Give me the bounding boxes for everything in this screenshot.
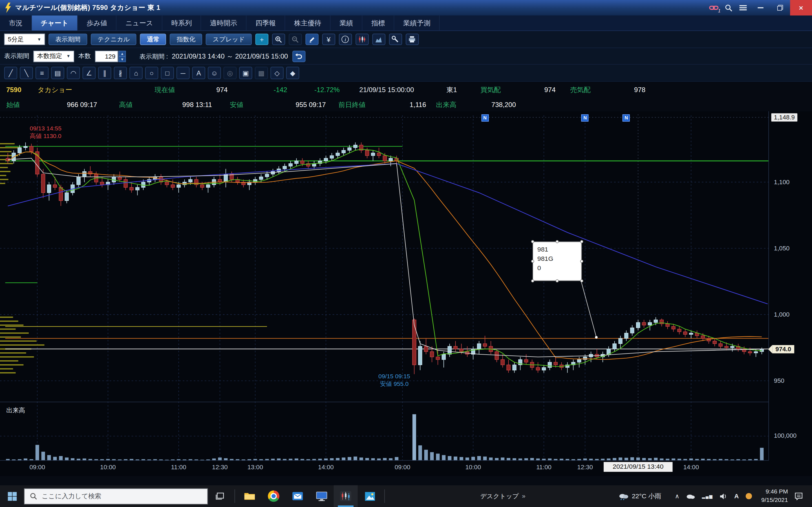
draw-tool-trend-line-icon[interactable]: ╱ xyxy=(4,67,17,79)
printer-icon[interactable] xyxy=(406,34,419,45)
stepper-down-icon[interactable]: ▼ xyxy=(118,56,126,62)
tray-app-icon[interactable] xyxy=(746,493,752,499)
spread-mode-button[interactable]: スプレッド xyxy=(206,34,252,45)
tab-earnings[interactable]: 業績 xyxy=(331,15,363,31)
chart-area[interactable]: 出来高 100,000 2021/09/15 13:40 09/13 14:55… xyxy=(0,111,812,476)
yen-icon[interactable]: ¥ xyxy=(322,34,335,45)
candlestick-chart[interactable] xyxy=(0,111,812,476)
candle-chart-icon[interactable] xyxy=(356,34,368,45)
taskbar-app-chart-tool[interactable] xyxy=(334,485,357,507)
draw-tool-price-channel-icon[interactable]: ▤ xyxy=(51,67,64,79)
tab-benefits[interactable]: 株主優待 xyxy=(285,15,331,31)
minimize-button[interactable] xyxy=(750,0,770,15)
taskbar-app-mail[interactable] xyxy=(286,485,310,507)
draw-tool-copy-object-icon[interactable]: ▣ xyxy=(239,67,252,79)
draw-tool-pentagon-icon[interactable]: ⌂ xyxy=(130,67,142,79)
tab-time-series[interactable]: 時系列 xyxy=(162,15,201,31)
info-icon[interactable]: i xyxy=(339,34,352,45)
draw-tool-flag-pin-icon[interactable]: ◎ xyxy=(223,67,237,79)
draw-tool-erase-object-icon[interactable]: ◇ xyxy=(270,67,283,79)
restore-button[interactable] xyxy=(770,0,790,15)
tab-forecast[interactable]: 業績予測 xyxy=(395,15,440,31)
draw-tool-text-tool-icon[interactable]: A xyxy=(192,67,205,79)
tab-shikiho[interactable]: 四季報 xyxy=(246,15,285,31)
taskbar-app-chrome[interactable] xyxy=(262,485,286,507)
x-axis-label: 10:00 xyxy=(93,464,123,471)
draw-tool-parallel-lines-icon[interactable]: ∦ xyxy=(114,67,127,79)
pencil-icon[interactable] xyxy=(305,34,318,45)
speaker-icon[interactable] xyxy=(719,493,727,499)
low-label: 安値 xyxy=(230,98,243,111)
tab-market[interactable]: 市況 xyxy=(0,15,32,31)
technical-button[interactable]: テクニカル xyxy=(91,34,137,45)
draw-tool-rectangle-icon[interactable]: □ xyxy=(161,67,174,79)
taskbar-app-remote-desktop[interactable] xyxy=(310,485,334,507)
task-view-button[interactable] xyxy=(208,485,232,507)
normal-mode-button[interactable]: 通常 xyxy=(140,34,166,45)
draw-tool-vertical-line-icon[interactable]: ∥ xyxy=(98,67,111,79)
zoom-out-icon[interactable] xyxy=(289,34,302,45)
quote-row-primary: 7590 タカショー 現在値 974 -142 -12.72% 21/09/15… xyxy=(0,82,812,98)
tab-chart[interactable]: チャート xyxy=(32,15,78,31)
indexed-mode-button[interactable]: 指数化 xyxy=(170,34,202,45)
draw-tool-horizontal-ray-icon[interactable]: ─ xyxy=(176,67,190,79)
resize-handle[interactable] xyxy=(580,260,583,263)
taskbar-clock[interactable]: 9:46 PM 9/15/2021 xyxy=(761,488,788,504)
network-signal-icon[interactable]: ▂▄▆ xyxy=(702,494,713,499)
display-period-label: 表示期間 xyxy=(4,52,29,61)
area-chart-icon[interactable] xyxy=(372,34,385,45)
prev-close-value: 1,116 xyxy=(387,98,426,111)
taskbar-app-photos[interactable] xyxy=(358,485,382,507)
chart-toolbar: 5分足▼ 表示期間 テクニカル 通常 指数化 スプレッド + ¥ i xyxy=(0,31,812,48)
draw-tool-gann-fan-icon[interactable]: ∠ xyxy=(83,67,96,79)
resize-handle[interactable] xyxy=(531,260,534,263)
tab-tick[interactable]: 歩み値 xyxy=(78,15,117,31)
resize-handle[interactable] xyxy=(531,240,534,243)
draw-tool-icon-stamp-icon[interactable]: ☺ xyxy=(208,67,221,79)
news-marker[interactable]: N xyxy=(581,114,589,122)
bar-count-input[interactable]: 129 xyxy=(95,50,118,62)
news-marker[interactable]: N xyxy=(481,114,489,122)
desktop-toolbar[interactable]: デスクトップ » xyxy=(480,492,525,501)
taskbar-app-file-explorer[interactable] xyxy=(238,485,262,507)
stepper-up-icon[interactable]: ▲ xyxy=(118,50,126,56)
tab-disclosure[interactable]: 適時開示 xyxy=(201,15,246,31)
zoom-in-icon[interactable] xyxy=(272,34,285,45)
draw-tool-horizontal-lines-icon[interactable]: ≡ xyxy=(36,67,49,79)
menu-icon[interactable] xyxy=(736,2,751,14)
draw-tool-fibonacci-arc-icon[interactable]: ◠ xyxy=(67,67,80,79)
hidden-icons-chevron[interactable]: ∧ xyxy=(675,493,679,500)
cloud-icon[interactable] xyxy=(686,493,695,499)
drawing-callout-box[interactable]: 981 981G 0 xyxy=(532,242,581,281)
resize-handle[interactable] xyxy=(580,279,583,283)
weather-text: 22°C 小雨 xyxy=(632,492,661,501)
crosshair-icon[interactable]: + xyxy=(255,34,268,45)
draw-tool-hide-object-icon[interactable]: ▩ xyxy=(255,67,268,79)
taskbar-weather[interactable]: 22°C 小雨 xyxy=(618,492,661,501)
news-marker[interactable]: N xyxy=(622,114,630,122)
resize-handle[interactable] xyxy=(580,240,583,243)
timeframe-select[interactable]: 5分足▼ xyxy=(4,34,45,45)
draw-tool-erase-all-icon[interactable]: ◆ xyxy=(286,67,299,79)
search-icon[interactable] xyxy=(721,2,736,14)
resize-handle[interactable] xyxy=(556,240,559,243)
wrench-icon[interactable] xyxy=(389,34,402,45)
tab-bar: 市況チャート歩み値ニュース時系列適時開示四季報株主優待業績指標業績予測 xyxy=(0,15,812,31)
action-center-button[interactable] xyxy=(788,485,809,507)
count-stepper[interactable]: ▲▼ xyxy=(118,50,126,62)
draw-tool-ellipse-icon[interactable]: ○ xyxy=(145,67,158,79)
link-windows-icon[interactable]: 1 xyxy=(707,2,721,14)
count-mode-select[interactable]: 本数指定▼ xyxy=(34,50,74,62)
tab-news[interactable]: ニュース xyxy=(116,15,162,31)
tab-indicators[interactable]: 指標 xyxy=(363,15,395,31)
ime-indicator[interactable]: A xyxy=(734,493,739,500)
callout-line-2: 981G xyxy=(538,254,577,263)
resize-handle[interactable] xyxy=(531,279,534,283)
undo-icon[interactable] xyxy=(292,50,305,62)
resize-handle[interactable] xyxy=(556,279,559,283)
taskbar-search-input[interactable]: ここに入力して検索 xyxy=(24,488,208,504)
start-button[interactable] xyxy=(0,485,24,507)
close-button[interactable]: × xyxy=(790,0,812,15)
display-period-button[interactable]: 表示期間 xyxy=(49,34,87,45)
draw-tool-ruler-icon[interactable]: ╲ xyxy=(20,67,33,79)
